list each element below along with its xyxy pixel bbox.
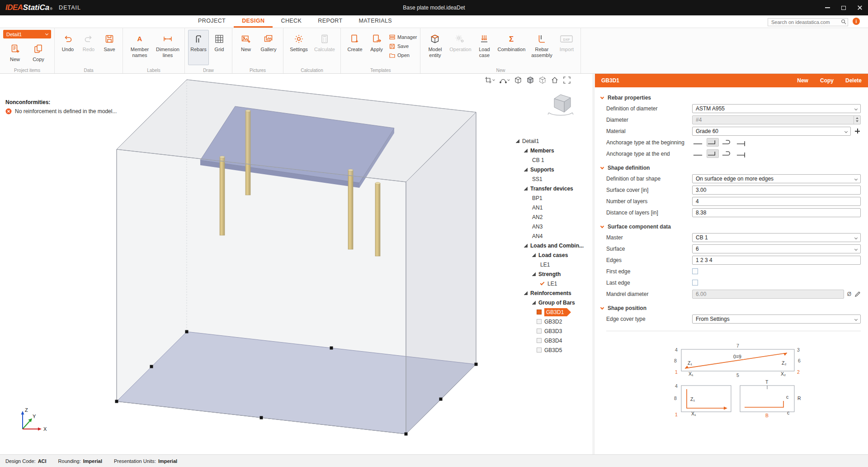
template-apply-button[interactable]: Apply bbox=[367, 30, 387, 65]
search-input[interactable] bbox=[768, 18, 848, 26]
anchorage-hook90-icon[interactable] bbox=[707, 138, 719, 147]
tree-item-detail1[interactable]: Detail1 bbox=[509, 136, 594, 146]
tree-item-an4[interactable]: AN4 bbox=[509, 231, 594, 241]
gallery-button[interactable]: Gallery bbox=[257, 30, 280, 65]
distance-of-layers-input[interactable]: 8.38 bbox=[692, 208, 861, 217]
anchorage-hook180-icon[interactable] bbox=[721, 149, 733, 158]
expand-icon[interactable] bbox=[524, 149, 528, 152]
tab-report[interactable]: REPORT bbox=[310, 15, 350, 28]
tree-item-supports[interactable]: Supports bbox=[509, 165, 594, 174]
rebars-button[interactable]: Rebars bbox=[188, 30, 209, 65]
load-case-button[interactable]: Load case bbox=[474, 30, 494, 65]
visibility-checkbox[interactable] bbox=[537, 348, 542, 353]
tree-item-loads-and-combin[interactable]: Loads and Combin... bbox=[509, 241, 594, 250]
save-button[interactable]: Save bbox=[99, 30, 119, 65]
bar-shape-select[interactable]: On surface edge on more edges bbox=[692, 174, 861, 183]
surface-select[interactable]: 6 bbox=[692, 244, 861, 253]
expand-icon[interactable] bbox=[516, 139, 519, 143]
redo-button[interactable]: Redo bbox=[79, 30, 99, 65]
expand-icon[interactable] bbox=[532, 272, 536, 276]
3d-viewport[interactable]: Nonconformities: No reinforcement is def… bbox=[0, 74, 595, 454]
rebar-assembly-button[interactable]: Rebar assembly bbox=[528, 30, 555, 65]
surface-cover-input[interactable]: 3.00 bbox=[692, 186, 861, 195]
dimension-lines-button[interactable]: Dimension lines bbox=[154, 30, 181, 65]
expand-icon[interactable] bbox=[524, 187, 528, 191]
template-open-button[interactable]: Open bbox=[389, 52, 417, 59]
tree-item-load-cases[interactable]: Load cases bbox=[509, 250, 594, 260]
diameter-stepper[interactable]: #4 bbox=[692, 115, 861, 124]
tree-item-ss1[interactable]: SS1 bbox=[509, 174, 594, 184]
expand-icon[interactable] bbox=[524, 168, 528, 172]
maximize-button[interactable] bbox=[835, 0, 852, 15]
definition-of-diameter-select[interactable]: ASTM A955 bbox=[692, 104, 861, 113]
minimize-button[interactable] bbox=[819, 0, 835, 15]
grid-button[interactable]: Grid bbox=[210, 30, 229, 65]
tree-item-bp1[interactable]: BP1 bbox=[509, 193, 594, 203]
visibility-checkbox[interactable] bbox=[537, 319, 542, 324]
tree-item-an1[interactable]: AN1 bbox=[509, 203, 594, 212]
spinner-icon[interactable] bbox=[854, 116, 860, 124]
tab-check[interactable]: CHECK bbox=[273, 15, 310, 28]
view-solid-button[interactable] bbox=[527, 76, 534, 84]
visibility-checkbox[interactable] bbox=[537, 329, 542, 334]
anchorage-straight-icon[interactable] bbox=[692, 149, 704, 158]
tree-item-group-of-bars[interactable]: Group of Bars bbox=[509, 298, 594, 307]
view-wireframe-button[interactable] bbox=[514, 76, 522, 84]
anchorage-head-icon[interactable] bbox=[736, 149, 748, 158]
operation-button[interactable]: Operation bbox=[447, 30, 473, 65]
material-select[interactable]: Grade 60 bbox=[692, 127, 851, 136]
close-button[interactable] bbox=[852, 0, 868, 15]
number-of-layers-input[interactable]: 4 bbox=[692, 197, 861, 206]
anchorage-straight-icon[interactable] bbox=[692, 138, 704, 147]
expand-icon[interactable] bbox=[524, 291, 528, 295]
tree-item-members[interactable]: Members bbox=[509, 146, 594, 155]
last-edge-checkbox[interactable] bbox=[692, 280, 698, 286]
tree-item-gb3d1[interactable]: GB3D1 bbox=[509, 307, 594, 317]
tree-item-cb1[interactable]: CB 1 bbox=[509, 155, 594, 165]
help-icon[interactable]: i bbox=[853, 18, 860, 25]
section-header[interactable]: Shape definition bbox=[601, 163, 861, 173]
model-entity-button[interactable]: Model entity bbox=[424, 30, 446, 65]
tree-item-an3[interactable]: AN3 bbox=[509, 222, 594, 231]
mandrel-diameter-input[interactable]: 6.00 bbox=[692, 290, 844, 299]
measure-button[interactable] bbox=[500, 76, 509, 84]
tree-item-gb3d4[interactable]: GB3D4 bbox=[509, 336, 594, 345]
navigation-cube[interactable] bbox=[545, 92, 576, 118]
section-header[interactable]: Shape position bbox=[601, 303, 861, 313]
expand-icon[interactable] bbox=[524, 244, 528, 248]
settings-button[interactable]: Settings bbox=[287, 30, 311, 65]
section-header[interactable]: Surface component data bbox=[601, 222, 861, 232]
anchorage-head-icon[interactable] bbox=[736, 138, 748, 147]
delete-action[interactable]: Delete bbox=[845, 77, 862, 84]
master-select[interactable]: CB 1 bbox=[692, 233, 861, 242]
template-manager-button[interactable]: Manager bbox=[389, 33, 417, 41]
edge-cover-type-select[interactable]: From Settings bbox=[692, 315, 861, 324]
new-picture-button[interactable]: New bbox=[236, 30, 256, 65]
dxf-import-button[interactable]: DXF Import bbox=[556, 30, 577, 65]
visibility-checkbox[interactable] bbox=[537, 310, 542, 315]
tab-design[interactable]: DESIGN bbox=[234, 15, 273, 28]
view-transparent-button[interactable] bbox=[539, 76, 546, 84]
template-create-button[interactable]: Create bbox=[344, 30, 366, 65]
template-save-button[interactable]: Save bbox=[389, 43, 417, 50]
visibility-checkbox[interactable] bbox=[537, 338, 542, 343]
tree-item-reinforcements[interactable]: Reinforcements bbox=[509, 288, 594, 298]
home-view-button[interactable] bbox=[551, 76, 558, 84]
tree-item-an2[interactable]: AN2 bbox=[509, 212, 594, 222]
copy-action[interactable]: Copy bbox=[820, 77, 834, 84]
tree-item-gb3d3[interactable]: GB3D3 bbox=[509, 326, 594, 336]
undo-button[interactable]: Undo bbox=[58, 30, 78, 65]
expand-icon[interactable] bbox=[532, 301, 536, 305]
3d-scene[interactable] bbox=[0, 74, 595, 454]
fullscreen-button[interactable] bbox=[563, 76, 571, 84]
edit-pencil-icon[interactable] bbox=[854, 291, 861, 297]
combination-button[interactable]: Σ Combination bbox=[495, 30, 528, 65]
section-header[interactable]: Rebar properties bbox=[601, 93, 861, 103]
member-names-button[interactable]: A Member names bbox=[126, 30, 153, 65]
anchorage-hook90-icon[interactable] bbox=[707, 149, 719, 158]
tree-item-le1-strength[interactable]: LE1 bbox=[509, 279, 594, 288]
tree-item-le1[interactable]: LE1 bbox=[509, 260, 594, 269]
tab-project[interactable]: PROJECT bbox=[190, 15, 234, 28]
add-material-button[interactable] bbox=[854, 128, 861, 134]
tree-item-gb3d2[interactable]: GB3D2 bbox=[509, 317, 594, 326]
